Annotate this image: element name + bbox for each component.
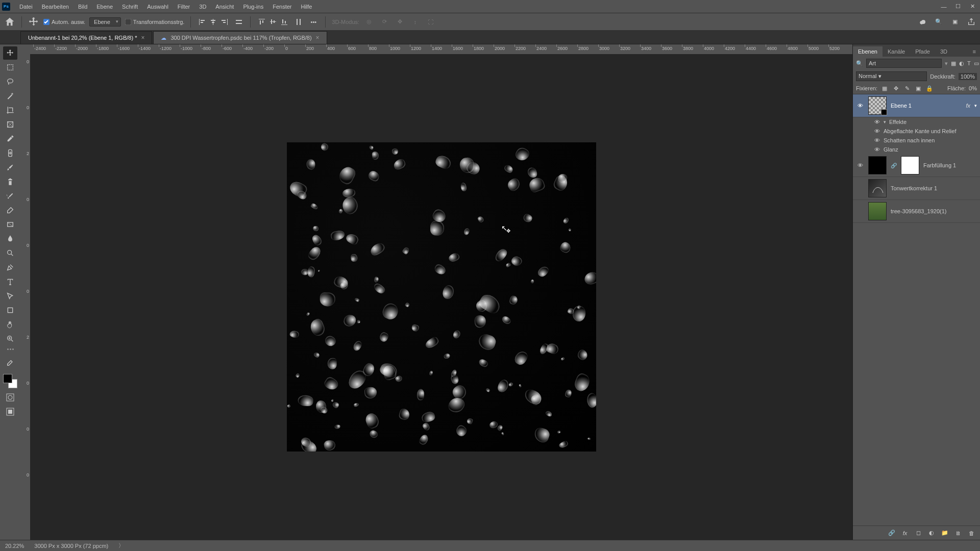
group-button[interactable]: 📁 (940, 529, 949, 538)
layer-tonwertkorrektur[interactable]: Tonwertkorrektur 1 (853, 177, 980, 200)
lock-artboard-icon[interactable]: ▣ (914, 84, 922, 92)
opacity-value[interactable]: 100% (959, 73, 977, 80)
lock-position-icon[interactable]: ✥ (892, 84, 900, 92)
layer-name[interactable]: Farbfüllung 1 (923, 162, 977, 168)
menu-bearbeiten[interactable]: Bearbeiten (38, 2, 73, 12)
link-icon[interactable]: 🔗 (891, 163, 897, 168)
zoom-tool[interactable] (3, 332, 17, 345)
maximize-button[interactable]: ☐ (952, 2, 964, 11)
visibility-toggle[interactable]: 👁 (856, 161, 864, 169)
effect-inner-shadow[interactable]: 👁Schatten nach innen (853, 136, 980, 145)
menu-bild[interactable]: Bild (74, 2, 91, 12)
delete-layer-button[interactable]: 🗑 (967, 529, 976, 538)
healing-brush-tool[interactable] (3, 146, 17, 160)
tab-3d[interactable]: 3D (935, 46, 952, 57)
visibility-toggle[interactable]: 👁 (873, 128, 880, 135)
lasso-tool[interactable] (3, 75, 17, 88)
share-icon[interactable] (967, 17, 976, 27)
new-layer-button[interactable]: 🗎 (953, 529, 963, 538)
document-tab-1[interactable]: Unbenannt-1 bei 20,2% (Ebene 1, RGB/8) *… (20, 31, 152, 44)
type-tool[interactable] (3, 275, 17, 288)
layer-style-button[interactable]: fx (900, 529, 910, 538)
magic-wand-tool[interactable] (3, 89, 17, 103)
align-center-v-button[interactable] (268, 17, 278, 27)
visibility-toggle[interactable]: 👁 (873, 146, 880, 153)
layer-thumbnail[interactable] (868, 202, 887, 220)
color-swatches[interactable] (3, 374, 17, 388)
ruler-horizontal[interactable]: -2400-2200-2000-1800-1600-1400-1200-1000… (30, 44, 852, 54)
dodge-tool[interactable] (3, 246, 17, 260)
zoom-value[interactable]: 20.22% (5, 543, 24, 549)
layer-mask-button[interactable]: ◻ (914, 529, 923, 538)
edit-toolbar-button[interactable] (3, 357, 17, 370)
collapse-fx-icon[interactable]: ▾ (974, 103, 977, 108)
brush-tool[interactable] (3, 161, 17, 174)
hand-tool[interactable] (3, 318, 17, 331)
auto-select-checkbox[interactable]: Autom. ausw. (43, 19, 85, 25)
menu-ansicht[interactable]: Ansicht (211, 2, 238, 12)
tab-pfade[interactable]: Pfade (910, 46, 935, 57)
layer-tree-image[interactable]: tree-3095683_1920(1) (853, 200, 980, 223)
layer-thumbnail[interactable] (868, 156, 887, 174)
visibility-toggle[interactable]: 👁 (856, 102, 864, 110)
crop-tool[interactable] (3, 104, 17, 117)
home-button[interactable] (4, 16, 15, 28)
path-selection-tool[interactable] (3, 289, 17, 303)
clone-stamp-tool[interactable] (3, 175, 17, 188)
menu-plugins[interactable]: Plug-ins (239, 2, 267, 12)
ruler-vertical[interactable]: 0020002000 (20, 54, 30, 540)
tab-ebenen[interactable]: Ebenen (853, 46, 883, 57)
distribute-button[interactable] (234, 17, 244, 27)
visibility-toggle[interactable]: 👁 (873, 118, 880, 126)
menu-filter[interactable]: Filter (174, 2, 194, 12)
quick-mask-button[interactable] (5, 392, 15, 403)
effect-bevel[interactable]: 👁Abgeflachte Kante und Relief (853, 127, 980, 136)
mask-thumbnail[interactable] (901, 156, 919, 174)
blur-tool[interactable] (3, 232, 17, 245)
align-bottom-button[interactable] (279, 17, 289, 27)
filter-shape-icon[interactable]: ▭ (974, 59, 979, 68)
pen-tool[interactable] (3, 261, 17, 274)
marquee-tool[interactable] (3, 61, 17, 74)
layer-name[interactable]: tree-3095683_1920(1) (891, 208, 977, 214)
document-tab-2[interactable]: ☁ 300 DPI Wassertropfen.psdc bei 117% (T… (153, 31, 327, 44)
doc-info-menu-icon[interactable]: 〉 (118, 542, 124, 549)
layer-fx-badge[interactable]: fx (966, 103, 970, 109)
distribute-v-button[interactable] (293, 17, 304, 27)
eyedropper-tool[interactable] (3, 132, 17, 145)
layer-thumbnail[interactable] (868, 96, 887, 115)
history-brush-tool[interactable] (3, 189, 17, 203)
lock-all-icon[interactable]: 🔒 (925, 84, 934, 92)
align-right-button[interactable] (219, 17, 230, 27)
close-button[interactable]: ✕ (967, 2, 978, 11)
close-tab-icon[interactable]: × (141, 34, 144, 41)
layer-name[interactable]: Tonwertkorrektur 1 (891, 185, 977, 191)
layer-farbfuellung[interactable]: 👁 🔗 Farbfüllung 1 (853, 154, 980, 177)
layer-thumbnail[interactable] (868, 179, 887, 197)
align-left-button[interactable] (197, 17, 207, 27)
minimize-button[interactable]: — (938, 2, 949, 11)
align-top-button[interactable] (257, 17, 267, 27)
layer-name[interactable]: Ebene 1 (891, 103, 962, 109)
align-center-h-button[interactable] (208, 17, 218, 27)
fill-value[interactable]: 0% (969, 85, 977, 91)
filter-type-icon[interactable]: T (967, 59, 971, 68)
menu-fenster[interactable]: Fenster (268, 2, 296, 12)
lock-pixels-icon[interactable]: ▦ (880, 84, 889, 92)
auto-select-target-select[interactable]: Ebene (89, 17, 121, 27)
doc-info[interactable]: 3000 Px x 3000 Px (72 ppcm) (34, 543, 108, 549)
menu-datei[interactable]: Datei (15, 2, 37, 12)
adjustment-layer-button[interactable]: ◐ (927, 529, 936, 538)
effect-satin[interactable]: 👁Glanz (853, 145, 980, 154)
move-tool[interactable] (3, 46, 17, 60)
visibility-toggle[interactable] (856, 184, 864, 192)
transform-controls-checkbox[interactable]: Transformationsstrg. (125, 19, 184, 25)
foreground-color-swatch[interactable] (3, 374, 12, 383)
blend-mode-select[interactable]: Normal ▾ (856, 71, 927, 81)
menu-hilfe[interactable]: Hilfe (297, 2, 316, 12)
workspace-switcher-icon[interactable]: ▣ (950, 17, 960, 27)
artboard[interactable] (287, 142, 596, 452)
canvas-stage[interactable] (30, 54, 852, 540)
screen-mode-button[interactable] (5, 407, 15, 417)
filter-adjust-icon[interactable]: ◐ (959, 59, 964, 68)
